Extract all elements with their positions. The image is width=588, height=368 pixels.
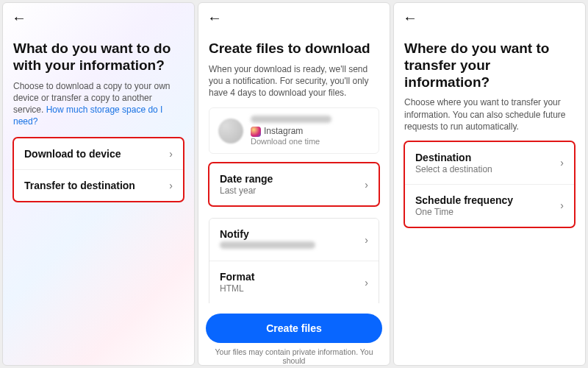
page-title: Create files to download	[209, 40, 379, 57]
notify-row[interactable]: Notify ›	[209, 219, 379, 261]
create-files-button[interactable]: Create files	[206, 314, 382, 343]
page-title: What do you want to do with your informa…	[13, 40, 184, 74]
chevron-right-icon: ›	[169, 148, 173, 160]
account-card[interactable]: Instagram Download one time	[209, 107, 379, 154]
options-block: Notify › Format HTML › Media quality Me	[209, 218, 379, 303]
screen-create-files: ← Create files to download When your dow…	[198, 2, 390, 366]
account-note: Download one time	[251, 137, 331, 146]
row-label: Schedule frequency	[415, 194, 513, 206]
date-range-row[interactable]: Date range Last year ›	[209, 163, 379, 205]
row-value-redacted	[220, 241, 315, 251]
row-label: Notify	[220, 228, 315, 240]
row-label: Transfer to destination	[24, 180, 135, 191]
page-subtitle: Choose where you want to transfer your i…	[404, 96, 575, 132]
page-subtitle: When your download is ready, we'll send …	[209, 63, 379, 99]
account-name-redacted	[251, 116, 331, 123]
download-to-device-row[interactable]: Download to device ›	[14, 138, 183, 170]
row-label: Date range	[220, 173, 273, 185]
avatar	[218, 118, 243, 144]
format-row[interactable]: Format HTML ›	[209, 261, 379, 303]
transfer-options-block: Destination Select a destination › Sched…	[404, 141, 575, 227]
row-label: Download to device	[24, 148, 121, 160]
back-icon[interactable]: ←	[403, 10, 417, 25]
transfer-to-destination-row[interactable]: Transfer to destination ›	[14, 170, 183, 201]
destination-row[interactable]: Destination Select a destination ›	[405, 142, 574, 185]
chevron-right-icon: ›	[169, 180, 173, 191]
back-icon[interactable]: ←	[207, 10, 222, 25]
page-title: Where do you want to transfer your infor…	[404, 40, 575, 91]
screen-what-to-do: ← What do you want to do with your infor…	[2, 2, 195, 366]
date-range-block: Date range Last year ›	[209, 163, 379, 206]
chevron-right-icon: ›	[365, 277, 368, 289]
chevron-right-icon: ›	[560, 199, 564, 211]
row-value: HTML	[220, 283, 254, 294]
chevron-right-icon: ›	[560, 157, 564, 169]
page-subtitle: Choose to download a copy to your own de…	[13, 80, 184, 128]
account-service: Instagram	[251, 126, 331, 137]
instagram-icon	[251, 127, 261, 137]
row-label: Format	[220, 271, 254, 283]
chevron-right-icon: ›	[365, 179, 368, 191]
privacy-footnote: Your files may contain private informati…	[198, 347, 390, 365]
row-value: Select a destination	[415, 164, 492, 174]
row-label: Destination	[415, 152, 492, 163]
row-value: Last year	[220, 185, 273, 196]
row-value: One Time	[415, 207, 513, 217]
schedule-frequency-row[interactable]: Schedule frequency One Time ›	[405, 185, 574, 227]
action-menu: Download to device › Transfer to destina…	[13, 138, 184, 202]
chevron-right-icon: ›	[365, 234, 368, 246]
back-icon[interactable]: ←	[12, 10, 26, 25]
screen-transfer-destination: ← Where do you want to transfer your inf…	[393, 2, 586, 366]
